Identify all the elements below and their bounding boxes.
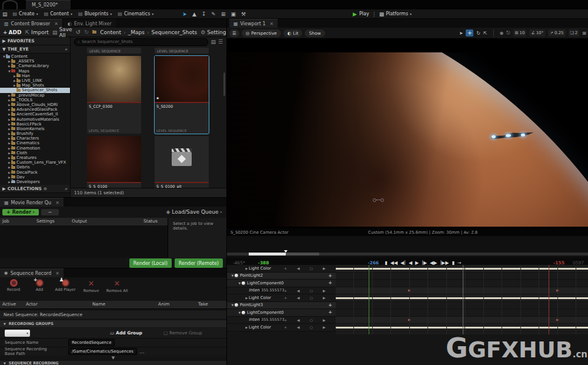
tree-item-cinemotion[interactable]: ▶Cinemotion [0, 146, 70, 151]
recording-groups-header[interactable]: ▼RECORDING GROUPS [0, 320, 226, 327]
sr-button-add-player[interactable]: ♟Add Player [55, 279, 75, 298]
tree-item-decalpack[interactable]: ▶DecalPack [0, 170, 70, 175]
field-value-input[interactable]: RecordedSequence [68, 339, 115, 346]
nav-back-icon[interactable]: ↺ [76, 29, 81, 35]
asset-card-s_s_0100[interactable]: S_S_0100LEVEL SEQUENCE [87, 136, 141, 188]
add-section-button[interactable]: + [328, 280, 332, 286]
tree-item-automotivematerials[interactable]: ▶AutomotiveMaterials [0, 117, 70, 121]
tree-item-map_shots[interactable]: ▶Map_Shots [0, 83, 70, 88]
column-header-output[interactable]: Output [69, 218, 141, 225]
grid-snap-toggle[interactable]: ⊞10 [513, 29, 527, 36]
column-header-active[interactable]: Active [0, 301, 24, 308]
breadcrumb-root[interactable]: Content [100, 29, 121, 35]
add-key-button[interactable]: + [284, 318, 287, 322]
tree-item-bloomkernels[interactable]: ▶BloomKernels [0, 127, 70, 131]
scrubber-playhead[interactable] [284, 250, 288, 253]
track-row-lightcomponent0[interactable]: ▼LightComponent0+ [227, 309, 336, 317]
column-header-actor[interactable]: Actor [24, 301, 90, 308]
add-key-button[interactable]: + [284, 296, 287, 300]
world-space-icon[interactable]: ⊕ [500, 31, 504, 36]
animation-mode-icon[interactable]: ⚒ [241, 11, 246, 17]
browse-path-button[interactable]: ... [139, 349, 145, 354]
tree-item-dev[interactable]: ▶Dev [0, 175, 70, 180]
key-indicator-icon[interactable]: ○ [310, 318, 313, 322]
render-remote-button[interactable]: Render (Remote) [175, 258, 223, 268]
intensity-value-input[interactable]: 355.555573 [260, 317, 283, 322]
tree-item-advancedglasspack[interactable]: ▶AdvancedGlassPack [0, 107, 70, 112]
sr-button-add[interactable]: +Add [29, 279, 49, 298]
load-save-queue-button[interactable]: ◈ Load/Save Queue▾ [166, 209, 222, 215]
viewport-menu-button[interactable]: ☰ [229, 29, 239, 37]
prev-key-icon[interactable]: ◀ [297, 318, 300, 322]
play-options-icon[interactable]: ⋮ [372, 11, 377, 17]
column-header-take[interactable]: Take [196, 301, 225, 308]
remove-group-button[interactable]: □ Remove Group [163, 330, 202, 336]
keyframe-lanes[interactable] [336, 277, 588, 334]
tree-item-cloth[interactable]: ▶Cloth [0, 151, 70, 155]
toolbar-button-create[interactable]: ▤Create▾ [10, 10, 41, 18]
track-row-light-color[interactable]: ▶Light Color+◀○▶ [227, 294, 336, 302]
breadcrumb-maps[interactable]: _Maps [128, 29, 145, 35]
prev-key-icon[interactable]: ◀ [297, 288, 300, 293]
camera-speed-button[interactable]: ❏2 [569, 29, 580, 36]
tab-sequence-recorder[interactable]: ✺ Sequence Record✕ [0, 268, 64, 277]
play-label[interactable]: Play [359, 11, 369, 16]
toolbar-button-blueprints[interactable]: ▤Blueprints▾ [75, 10, 115, 18]
tree-item-basiclfpack[interactable]: ▶BasicLFPack [0, 122, 70, 127]
tree-item-developers[interactable]: ▶Developers [0, 180, 70, 184]
tree-item-characters[interactable]: ▶Characters [0, 136, 70, 141]
toolbar-button-content[interactable]: ▤Content▾ [41, 10, 75, 18]
lit-button[interactable]: ◐Lit [283, 29, 303, 37]
keyframe-lane-2[interactable] [336, 280, 588, 287]
collections-header[interactable]: ▶COLLECTIONS ⊕ ⌕ [0, 185, 70, 193]
column-header-anim[interactable]: Anim [156, 301, 196, 308]
track-row-pointlight3[interactable]: ▼PointLight3+ [227, 302, 336, 310]
key-indicator-icon[interactable]: ○ [310, 296, 313, 300]
tree-item-ancientcavernset_ii[interactable]: ▶AncientCavernSet_II [0, 112, 70, 117]
import-button[interactable]: ⇱Import [25, 29, 48, 35]
tree-item-custom_lens_flare_vfx[interactable]: ▶Custom_Lens_Flare_VFX [0, 160, 70, 165]
show-button[interactable]: Show [305, 29, 325, 37]
tree-item-han[interactable]: ▶Han [0, 74, 70, 78]
tree-item-_prevismocap[interactable]: ▶_previsMocap [0, 93, 70, 98]
tree-item-above_clouds_hdri[interactable]: ▶Above_Clouds_HDRI [0, 102, 70, 107]
column-header-settings[interactable]: Settings [34, 218, 69, 225]
rotate-tool-icon[interactable]: ↻ [476, 31, 480, 36]
add-group-button[interactable]: ▭ Add Group [110, 330, 142, 336]
tree-item-cinematics[interactable]: ▶Cinematics [0, 141, 70, 145]
add-section-button[interactable]: + [328, 310, 332, 315]
select-tool-icon[interactable]: ➤ [459, 31, 463, 36]
sr-button-remove[interactable]: ✕Remove [81, 279, 101, 298]
sr-button-remove-all[interactable]: ✕Remove All [107, 279, 127, 298]
search-icon[interactable]: ⌕ [65, 47, 68, 52]
tree-item-_tools[interactable]: ▶_TOOLS [0, 98, 70, 102]
save-icon[interactable]: ▤ [2, 11, 8, 17]
breadcrumb-current[interactable]: Sequencer_Shots [151, 29, 197, 35]
level-tab[interactable]: M_S_0200* [26, 0, 71, 9]
mrq-job-list[interactable] [0, 225, 168, 258]
close-icon[interactable]: ✕ [55, 271, 59, 276]
next-key-icon[interactable]: ▶ [323, 288, 326, 293]
tree-item-_cameralibrary[interactable]: ▶_CameraLibrary [0, 64, 70, 68]
save-search-icon[interactable]: ▤ [211, 39, 216, 45]
tree-item-brushify[interactable]: ▶Brushify [0, 131, 70, 136]
expand-chevron-icon[interactable]: ▼ [0, 356, 226, 361]
render-local-button[interactable]: Render (Local) [129, 258, 172, 268]
add-key-button[interactable]: + [284, 288, 287, 293]
unreal-logo-icon[interactable] [2, 0, 18, 9]
toolbar-button-cinematics[interactable]: ▤Cinematics▾ [115, 10, 156, 18]
asset-card-s_ccp_0300[interactable]: S_CCP_0300LEVEL SEQUENCE [87, 56, 141, 134]
group-dropdown[interactable]: ▾ [5, 330, 30, 337]
key-indicator-icon[interactable]: ○ [310, 288, 313, 293]
project-header[interactable]: ▼THE_EYE ⌕ [0, 45, 70, 54]
add-section-button[interactable]: + [328, 277, 332, 278]
sr-button-record[interactable]: Record [4, 279, 24, 298]
platforms-button[interactable]: ▩ Platforms ▾ [379, 11, 412, 17]
modeling-mode-icon[interactable]: ▣ [230, 11, 236, 17]
save-all-button[interactable]: ▤Save All [52, 26, 72, 38]
asset-card-s_s0200[interactable]: ★S_S0200LEVEL SEQUENCE [155, 56, 209, 134]
asset-search-input[interactable]: ⌕ Search Sequencer_Shots [74, 38, 208, 46]
move-tool-icon[interactable]: ✛ [466, 29, 473, 36]
keyframe-lane-7[interactable] [336, 317, 588, 324]
keyframe-lane-6[interactable] [336, 309, 588, 317]
